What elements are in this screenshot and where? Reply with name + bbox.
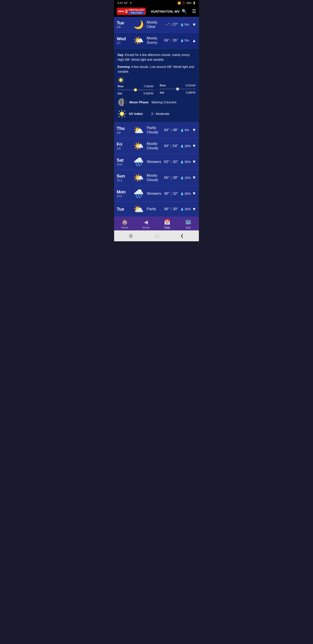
expand-chevron[interactable]: ▼ bbox=[192, 175, 196, 180]
map-icon: 🗺️ bbox=[185, 219, 192, 225]
drop-icon: 💧 bbox=[180, 144, 184, 148]
close-icon: ✕ bbox=[130, 1, 132, 4]
nav-map-label: Map bbox=[186, 226, 191, 229]
temp-separator: | bbox=[171, 176, 172, 180]
condition-icon: 🌧️ bbox=[132, 189, 145, 198]
hourly-icon: ◀ bbox=[144, 219, 148, 225]
svg-line-5 bbox=[118, 78, 119, 78]
precip-display: 💧 5% bbox=[180, 128, 191, 132]
evening-description: Evening: A few clouds. Low around 35F. W… bbox=[118, 64, 195, 74]
nav-daily[interactable]: 📅 Daily bbox=[160, 219, 175, 229]
svg-line-19 bbox=[124, 110, 125, 112]
precip-display: 💧 20% bbox=[180, 144, 191, 148]
moon-set-time: 3:08PM bbox=[186, 91, 195, 94]
sun-dot bbox=[134, 88, 137, 92]
evening-label: Evening: bbox=[118, 65, 130, 68]
svg-point-11 bbox=[121, 98, 124, 106]
bottom-navigation: 🏠 Home ◀ Hourly 📅 Daily 🗺️ Map bbox=[114, 217, 199, 230]
rise-label: Rise bbox=[118, 85, 123, 88]
expand-chevron[interactable]: ▼ bbox=[192, 207, 196, 212]
status-bar: 3:23 52° ✕ 📶 🚫 49% 🔋 bbox=[114, 0, 199, 6]
condition-text: MostlyCloudy bbox=[145, 174, 164, 182]
sun-rise-row: Rise 7:29AM bbox=[118, 85, 153, 88]
condition-text: Showers bbox=[145, 192, 164, 196]
nav-hourly[interactable]: ◀ Hourly bbox=[138, 219, 153, 229]
moon-header bbox=[160, 77, 195, 82]
day-info: Wed 2/7 bbox=[117, 36, 132, 44]
low-temp: 27° bbox=[173, 23, 178, 26]
moon-timeline bbox=[160, 89, 195, 89]
expand-chevron[interactable]: ▼ bbox=[192, 144, 196, 148]
sun-header bbox=[118, 77, 153, 83]
low-temp: 39° bbox=[173, 176, 178, 180]
search-button[interactable]: 🔍 bbox=[182, 9, 187, 14]
drop-icon: 💧 bbox=[180, 192, 184, 196]
temp-range: 49° | 32° bbox=[164, 192, 178, 196]
daily-icon: 📅 bbox=[164, 219, 170, 225]
temp-range: --° | 27° bbox=[166, 23, 178, 26]
forecast-row-tue-2-13[interactable]: Tue ⛅ Partly 48° | 30° 💧 20% ▼ bbox=[114, 202, 199, 217]
expand-chevron[interactable]: ▼ bbox=[192, 22, 196, 27]
condition-text: MostlyClear bbox=[145, 20, 166, 29]
temp-range: 64° | 54° bbox=[164, 144, 178, 148]
temp-separator: | bbox=[171, 192, 172, 196]
expand-chevron[interactable]: ▲ bbox=[192, 38, 196, 43]
precip-display: 💧 20% bbox=[180, 207, 191, 211]
astro-section: Rise 7:29AM Set 5:58PM bbox=[118, 77, 195, 95]
expand-chevron[interactable]: ▼ bbox=[192, 159, 196, 164]
high-temp: 59° bbox=[164, 38, 169, 42]
precip-pct: 5% bbox=[185, 23, 189, 26]
sun-icon bbox=[118, 77, 124, 83]
svg-line-6 bbox=[123, 82, 123, 82]
precip-pct: 5% bbox=[185, 39, 189, 42]
system-nav-bar: ||| ⬜ ❮ bbox=[114, 230, 199, 241]
forecast-row-fri-2-9[interactable]: Fri 2/9 🌤️ MostlyCloudy 64° | 54° 💧 20% … bbox=[114, 138, 199, 154]
forecast-row-thu-2-8[interactable]: Thu 2/8 ⛅ PartlyCloudy 64° | 48° 💧 5% ▼ bbox=[114, 122, 199, 138]
day-name: Fri bbox=[117, 142, 132, 147]
condition-icon: ⛅ bbox=[132, 125, 145, 135]
drop-icon: 💧 bbox=[180, 176, 184, 180]
drop-icon: 💧 bbox=[180, 160, 184, 164]
no-disturb-icon: 🚫 bbox=[182, 2, 185, 4]
day-name: Sun bbox=[117, 174, 132, 178]
first-alert-text: FIRSTALERT bbox=[129, 9, 145, 11]
status-left: 3:23 52° ✕ bbox=[117, 1, 132, 4]
high-temp: 64° bbox=[164, 128, 169, 132]
forecast-row-wed-2-7[interactable]: Wed 2/7 🌤️ MostlySunny 59° | 35° 💧 5% ▲ bbox=[114, 33, 199, 48]
back-button[interactable]: ❮ bbox=[180, 234, 184, 238]
nav-home[interactable]: 🏠 Home bbox=[117, 219, 132, 229]
day-description: Day: Except for a few afternoon clouds, … bbox=[118, 52, 195, 62]
precip-display: 💧 50% bbox=[180, 192, 191, 196]
recent-apps-button[interactable]: ||| bbox=[129, 234, 132, 238]
forecast-row-tue-2-6[interactable]: Tue 2/6 🌙 MostlyClear --° | 27° 💧 5% ▼ bbox=[114, 17, 199, 33]
svg-line-18 bbox=[124, 116, 125, 117]
forecast-row-mon-2-12[interactable]: Mon 2/12 🌧️ Showers 49° | 32° 💧 50% ▼ bbox=[114, 186, 199, 202]
menu-button[interactable]: ☰ bbox=[192, 9, 196, 14]
day-info: Fri 2/9 bbox=[117, 142, 132, 150]
svg-point-12 bbox=[120, 112, 124, 116]
day-info: Mon 2/12 bbox=[117, 190, 132, 198]
day-info: Sun 2/11 bbox=[117, 174, 132, 182]
uv-index-value: 3 - Moderate bbox=[151, 112, 170, 116]
day-name: Tue bbox=[117, 20, 132, 26]
nav-home-label: Home bbox=[121, 226, 128, 229]
temp-separator: | bbox=[171, 128, 172, 132]
day-date: 2/6 bbox=[117, 26, 132, 29]
low-temp: 35° bbox=[173, 38, 178, 42]
high-temp: --° bbox=[166, 23, 169, 26]
home-button[interactable]: ⬜ bbox=[154, 234, 159, 238]
forecast-row-sun-2-11[interactable]: Sun 2/11 🌤️ MostlyCloudy 56° | 39° 💧 15%… bbox=[114, 170, 199, 186]
logo-text-block: FIRSTALERT WEATHER bbox=[129, 9, 145, 14]
day-name: Sat bbox=[117, 158, 132, 163]
temp-range: 63° | 42° bbox=[164, 160, 178, 164]
temp-range: 48° | 30° bbox=[164, 207, 178, 211]
forecast-list: Tue 2/6 🌙 MostlyClear --° | 27° 💧 5% ▼ W… bbox=[114, 17, 199, 217]
forecast-row-sat-2-10[interactable]: Sat 2/10 🌧️ Showers 63° | 42° 💧 55% ▼ bbox=[114, 154, 199, 170]
svg-point-0 bbox=[119, 78, 123, 82]
nav-map[interactable]: 🗺️ Map bbox=[181, 219, 196, 229]
expand-chevron[interactable]: ▼ bbox=[192, 128, 196, 132]
drop-icon: 💧 bbox=[180, 207, 184, 211]
expand-chevron[interactable]: ▼ bbox=[192, 191, 196, 196]
battery-icon: 🔋 bbox=[193, 2, 196, 4]
day-name: Mon bbox=[117, 190, 132, 194]
